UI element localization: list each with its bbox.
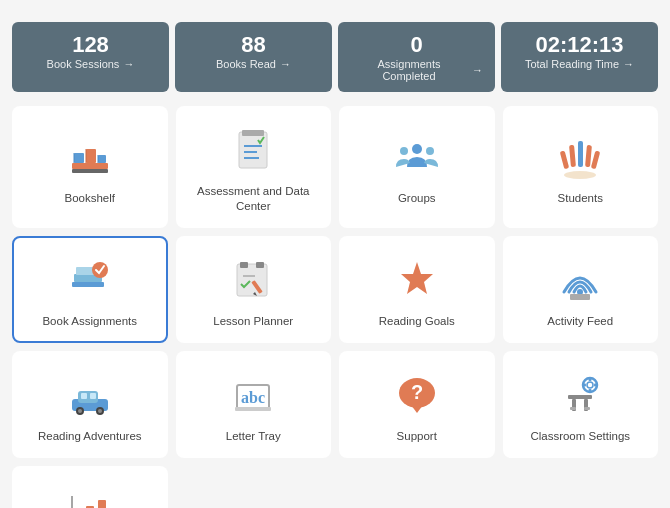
svg-rect-34 <box>570 294 590 300</box>
assessment-icon <box>227 124 279 176</box>
tile-assessment[interactable]: Assessment and Data Center <box>176 106 332 228</box>
tile-label-bookshelf: Bookshelf <box>64 191 115 206</box>
svg-rect-56 <box>589 377 592 381</box>
tile-classroom-settings[interactable]: Classroom Settings <box>503 351 659 458</box>
tile-reading-goals[interactable]: Reading Goals <box>339 236 495 343</box>
svg-rect-41 <box>81 393 87 399</box>
svg-rect-49 <box>568 395 592 399</box>
tile-label-classroom-settings: Classroom Settings <box>530 429 630 444</box>
classroom-settings-icon <box>554 369 606 421</box>
svg-point-55 <box>587 382 593 388</box>
stat-label: Total Reading Time → <box>513 58 646 70</box>
tile-label-groups: Groups <box>398 191 436 206</box>
tile-groups[interactable]: Groups <box>339 106 495 228</box>
svg-rect-28 <box>256 262 264 268</box>
stat-arrow: → <box>623 58 634 70</box>
svg-rect-27 <box>240 262 248 268</box>
svg-rect-59 <box>594 383 598 386</box>
support-icon: ? <box>391 369 443 421</box>
tile-activity-feed[interactable]: Activity Feed <box>503 236 659 343</box>
lesson-planner-icon <box>227 254 279 306</box>
svg-rect-19 <box>585 145 592 167</box>
svg-text:abc: abc <box>241 389 265 406</box>
reporting-center-icon <box>64 484 116 508</box>
svg-rect-57 <box>589 389 592 393</box>
tile-label-reading-adventures: Reading Adventures <box>38 429 142 444</box>
groups-icon <box>391 131 443 183</box>
students-icon <box>554 131 606 183</box>
svg-rect-3 <box>98 155 106 163</box>
reading-goals-icon <box>391 254 443 306</box>
svg-marker-32 <box>401 262 433 294</box>
svg-point-13 <box>412 144 422 154</box>
tile-label-students: Students <box>558 191 603 206</box>
svg-rect-9 <box>242 130 264 136</box>
stat-card-1[interactable]: 88 Books Read → <box>175 22 332 92</box>
stat-number: 02:12:13 <box>513 32 646 58</box>
stat-card-2[interactable]: 0 Assignments Completed → <box>338 22 495 92</box>
stat-card-0[interactable]: 128 Book Sessions → <box>12 22 169 92</box>
tile-lesson-planner[interactable]: Lesson Planner <box>176 236 332 343</box>
stat-arrow: → <box>472 64 483 76</box>
svg-point-38 <box>78 409 82 413</box>
stats-row: 128 Book Sessions → 88 Books Read → 0 As… <box>12 22 658 92</box>
book-assignments-icon <box>64 254 116 306</box>
svg-point-14 <box>400 147 408 155</box>
svg-rect-17 <box>569 145 576 167</box>
bookshelf-icon <box>64 131 116 183</box>
svg-rect-42 <box>90 393 96 399</box>
svg-rect-20 <box>591 151 600 170</box>
tile-label-book-assignments: Book Assignments <box>42 314 137 329</box>
svg-point-40 <box>98 409 102 413</box>
svg-point-15 <box>426 147 434 155</box>
svg-marker-47 <box>411 405 423 413</box>
stat-label: Book Sessions → <box>24 58 157 70</box>
stat-number: 0 <box>350 32 483 58</box>
letter-tray-icon: abc <box>227 369 279 421</box>
tile-label-support: Support <box>397 429 437 444</box>
svg-rect-52 <box>570 407 576 410</box>
svg-rect-58 <box>582 383 586 386</box>
tile-reading-adventures[interactable]: Reading Adventures <box>12 351 168 458</box>
tile-letter-tray[interactable]: abc Letter Tray <box>176 351 332 458</box>
svg-rect-1 <box>74 153 84 163</box>
stat-arrow: → <box>280 58 291 70</box>
stat-label: Books Read → <box>187 58 320 70</box>
svg-rect-2 <box>86 149 96 163</box>
svg-rect-53 <box>584 407 590 410</box>
tile-reporting-center[interactable]: Reporting Center <box>12 466 168 508</box>
tile-book-assignments[interactable]: Book Assignments <box>12 236 168 343</box>
svg-rect-26 <box>237 264 267 296</box>
stat-label: Assignments Completed → <box>350 58 483 82</box>
svg-point-21 <box>564 171 596 179</box>
svg-rect-45 <box>235 407 271 411</box>
svg-rect-16 <box>560 151 569 170</box>
svg-rect-22 <box>72 282 104 287</box>
tile-support[interactable]: ? Support <box>339 351 495 458</box>
tile-label-letter-tray: Letter Tray <box>226 429 281 444</box>
activity-feed-icon <box>554 254 606 306</box>
stat-arrow: → <box>123 58 134 70</box>
stat-number: 88 <box>187 32 320 58</box>
svg-rect-62 <box>98 500 106 508</box>
stat-number: 128 <box>24 32 157 58</box>
tile-bookshelf[interactable]: Bookshelf <box>12 106 168 228</box>
svg-rect-0 <box>72 163 108 169</box>
stat-card-3[interactable]: 02:12:13 Total Reading Time → <box>501 22 658 92</box>
svg-rect-18 <box>578 141 583 167</box>
tile-label-lesson-planner: Lesson Planner <box>213 314 293 329</box>
tile-label-reading-goals: Reading Goals <box>379 314 455 329</box>
tile-label-activity-feed: Activity Feed <box>547 314 613 329</box>
reading-adventures-icon <box>64 369 116 421</box>
tile-label-assessment: Assessment and Data Center <box>186 184 322 214</box>
svg-text:?: ? <box>411 381 423 403</box>
tiles-grid: Bookshelf Assessment and Data Center Gro… <box>12 106 658 508</box>
svg-rect-4 <box>72 169 108 173</box>
tile-students[interactable]: Students <box>503 106 659 228</box>
